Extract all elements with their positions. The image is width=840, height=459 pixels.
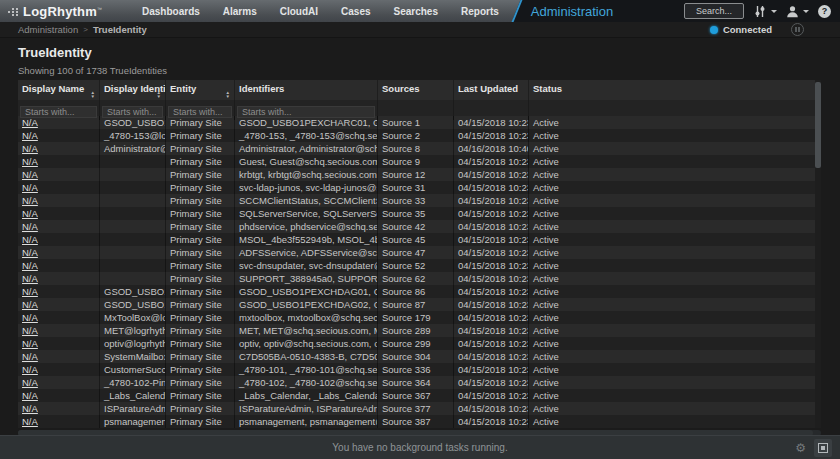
cell-last-updated: 04/15/2018 10:23:03 pm xyxy=(454,116,529,129)
identity-link[interactable]: N/A xyxy=(22,377,38,388)
cell-sources: Source 1 xyxy=(378,116,454,129)
sort-icon[interactable]: ▲▼ xyxy=(226,91,230,99)
table-row[interactable]: N/APrimary SiteSQLServerService, SQLServ… xyxy=(18,207,815,220)
table-row[interactable]: N/A_Labs_Calendar@...Primary Site_Labs_C… xyxy=(18,389,815,402)
column-header-identifiers: Identifiers xyxy=(235,80,378,100)
vertical-scrollbar[interactable] xyxy=(815,80,821,428)
identity-link[interactable]: N/A xyxy=(22,195,38,206)
active-section-label[interactable]: Administration xyxy=(531,4,613,19)
cell-last-updated: 04/15/2018 10:23:03 pm xyxy=(454,259,529,272)
cell-display-identifier: _4780-153@logrh... xyxy=(100,129,166,142)
nav-item-alarms[interactable]: Alarms xyxy=(223,6,257,17)
cell-sources: Source 33 xyxy=(378,194,454,207)
cell-last-updated: 04/15/2018 10:23:03 pm xyxy=(454,155,529,168)
table-row[interactable]: N/Aoptiv@logrhythm...Primary Siteoptiv, … xyxy=(18,337,815,350)
main-nav: DashboardsAlarmsCloudAICasesSearchesRepo… xyxy=(142,6,499,17)
table-row[interactable]: N/APrimary SiteGuest, Guest@schq.secious… xyxy=(18,155,815,168)
identity-link[interactable]: N/A xyxy=(22,143,38,154)
table-row[interactable]: N/A_4780-102-Ping@...Primary Site_4780-1… xyxy=(18,376,815,389)
nav-item-cloudai[interactable]: CloudAI xyxy=(280,6,318,17)
cell-display-identifier xyxy=(100,181,166,194)
nav-item-reports[interactable]: Reports xyxy=(461,6,499,17)
cell-identifiers: _Labs_Calendar, _Labs_Calendar@schq.seci… xyxy=(235,389,378,402)
search-button[interactable]: Search... xyxy=(684,3,744,19)
table-row[interactable]: N/AGSOD_USBO1PEX...Primary SiteGSOD_USBO… xyxy=(18,285,815,298)
identity-link[interactable]: N/A xyxy=(22,234,38,245)
cell-identifiers: psmanagement, psmanagement@schq.secio... xyxy=(235,415,378,428)
column-header-entity[interactable]: Entity▲▼ xyxy=(166,80,235,100)
identity-link[interactable]: N/A xyxy=(22,403,38,414)
cell-status: Active xyxy=(529,285,815,298)
preferences-menu[interactable] xyxy=(753,5,777,18)
table-row[interactable]: N/APrimary Sitekrbtgt, krbtgt@schq.secio… xyxy=(18,168,815,181)
table-row[interactable]: N/AGSOD_USBO1PEX...Primary SiteGSOD_USBO… xyxy=(18,298,815,311)
identity-link[interactable]: N/A xyxy=(22,286,38,297)
table-row[interactable]: N/A_4780-153@logrh...Primary Site_4780-1… xyxy=(18,129,815,142)
gear-icon[interactable]: ⚙ xyxy=(795,442,806,454)
table-row[interactable]: N/APrimary Sitephdservice, phdservice@sc… xyxy=(18,220,815,233)
identity-link[interactable]: N/A xyxy=(22,182,38,193)
cell-display-identifier: CustomerSuccess... xyxy=(100,363,166,376)
identity-link[interactable]: N/A xyxy=(22,260,38,271)
vertical-scrollbar-thumb[interactable] xyxy=(815,82,821,168)
table-row[interactable]: N/APrimary SiteADFSService, ADFSService@… xyxy=(18,246,815,259)
identity-link[interactable]: N/A xyxy=(22,221,38,232)
identity-link[interactable]: N/A xyxy=(22,390,38,401)
identity-link[interactable]: N/A xyxy=(22,130,38,141)
background-tasks-button[interactable] xyxy=(814,439,832,457)
identity-link[interactable]: N/A xyxy=(22,117,38,128)
table-row[interactable]: N/APrimary Sitesvc-ldap-junos, svc-ldap-… xyxy=(18,181,815,194)
table-row[interactable]: N/APrimary SiteMSOL_4be3f552949b, MSOL_4… xyxy=(18,233,815,246)
identity-link[interactable]: N/A xyxy=(22,208,38,219)
cell-entity: Primary Site xyxy=(166,324,235,337)
identity-link[interactable]: N/A xyxy=(22,299,38,310)
cell-display-identifier: optiv@logrhythm... xyxy=(100,337,166,350)
cell-entity: Primary Site xyxy=(166,155,235,168)
identity-link[interactable]: N/A xyxy=(22,273,38,284)
user-menu[interactable] xyxy=(786,5,809,18)
table-row[interactable]: N/AISParatureAdmin...Primary SiteISParat… xyxy=(18,402,815,415)
nav-item-searches[interactable]: Searches xyxy=(394,6,438,17)
identity-link[interactable]: N/A xyxy=(22,325,38,336)
table-row[interactable]: N/APrimary Sitesvc-dnsupdater, svc-dnsup… xyxy=(18,259,815,272)
identity-link[interactable]: N/A xyxy=(22,338,38,349)
logrhythm-logo[interactable]: LogRhythm ™ xyxy=(8,4,102,19)
identity-link[interactable]: N/A xyxy=(22,312,38,323)
identity-link[interactable]: N/A xyxy=(22,247,38,258)
cell-sources: Source 87 xyxy=(378,298,454,311)
table-row[interactable]: N/AGSOD_USBO1PEX...Primary SiteGSOD_USBO… xyxy=(18,116,815,129)
sort-icon[interactable]: ▲▼ xyxy=(91,91,95,99)
sliders-icon xyxy=(753,5,767,18)
logrhythm-logo-icon xyxy=(8,8,19,16)
cell-status: Active xyxy=(529,363,815,376)
cell-display-name: N/A xyxy=(18,311,100,324)
cell-last-updated: 04/15/2018 10:23:03 pm xyxy=(454,285,529,298)
pause-circle-icon[interactable] xyxy=(791,23,804,36)
cell-display-identifier: Administrator@lo... xyxy=(100,142,166,155)
table-row[interactable]: N/AMxToolBox@logr...Primary Sitemxtoolbo… xyxy=(18,311,815,324)
nav-item-dashboards[interactable]: Dashboards xyxy=(142,6,200,17)
table-row[interactable]: N/AAdministrator@lo...Primary SiteAdmini… xyxy=(18,142,815,155)
table-row[interactable]: N/ASystemMailbox{C...Primary SiteC7D505B… xyxy=(18,350,815,363)
identity-link[interactable]: N/A xyxy=(22,416,38,427)
nav-item-cases[interactable]: Cases xyxy=(341,6,370,17)
cell-entity: Primary Site xyxy=(166,233,235,246)
column-header-sources: Sources xyxy=(378,80,454,100)
table-row[interactable]: N/APrimary SiteSUPPORT_388945a0, SUPPORT… xyxy=(18,272,815,285)
column-header-display-name[interactable]: Display Name▲▼ xyxy=(18,80,100,100)
table-row[interactable]: N/AMET@logrhythm...Primary SiteMET, MET@… xyxy=(18,324,815,337)
help-icon[interactable]: ? xyxy=(818,5,831,18)
cell-entity: Primary Site xyxy=(166,142,235,155)
breadcrumb-item-administration[interactable]: Administration xyxy=(18,24,78,35)
cell-entity: Primary Site xyxy=(166,220,235,233)
table-row[interactable]: N/ACustomerSuccess...Primary Site_4780-1… xyxy=(18,363,815,376)
identity-link[interactable]: N/A xyxy=(22,364,38,375)
column-header-display-identifier[interactable]: Display Identi...▲▼ xyxy=(100,80,166,100)
breadcrumb-separator-icon: > xyxy=(83,25,88,34)
sort-icon[interactable]: ▲▼ xyxy=(157,91,161,99)
identity-link[interactable]: N/A xyxy=(22,169,38,180)
identity-link[interactable]: N/A xyxy=(22,156,38,167)
table-row[interactable]: N/APrimary SiteSCCMClientStatus, SCCMCli… xyxy=(18,194,815,207)
table-row[interactable]: N/Apsmanagement@...Primary Sitepsmanagem… xyxy=(18,415,815,428)
identity-link[interactable]: N/A xyxy=(22,351,38,362)
